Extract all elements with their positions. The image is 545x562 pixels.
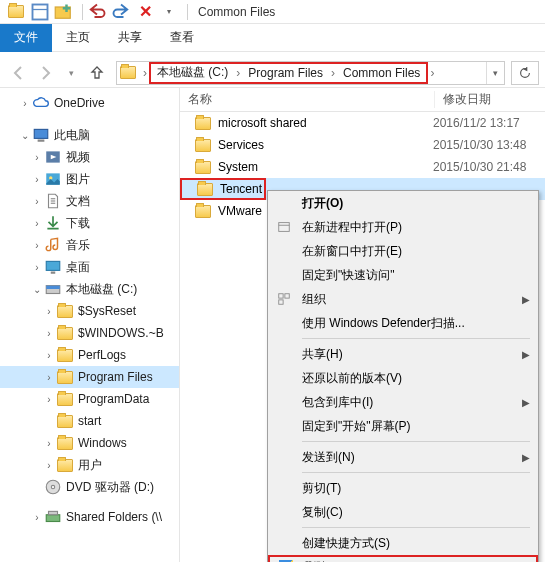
tree-programfiles[interactable]: ›Program Files [0,366,179,388]
ctx-create-shortcut[interactable]: 创建快捷方式(S) [268,531,538,555]
tree-label: 图片 [66,171,90,188]
chevron-right-icon: ▶ [522,349,530,360]
ctx-delete[interactable]: 删除(D) [268,555,538,562]
tree-windows[interactable]: ›Windows [0,432,179,454]
column-headers: 名称 修改日期 [180,88,545,112]
tab-home[interactable]: 主页 [52,24,104,52]
chevron-right-icon[interactable]: › [141,66,149,80]
tab-share[interactable]: 共享 [104,24,156,52]
svg-rect-26 [279,300,283,304]
properties-icon[interactable] [30,2,50,22]
tree-label: Shared Folders (\\ [66,510,162,524]
tree-label: DVD 驱动器 (D:) [66,479,154,496]
tree-perflogs[interactable]: ›PerfLogs [0,344,179,366]
drive-icon [44,280,62,298]
tree-dvd[interactable]: DVD 驱动器 (D:) [0,476,179,498]
chevron-right-icon[interactable]: › [18,98,32,109]
file-date: 2015/10/30 13:48 [433,138,526,152]
window-title: Common Files [198,5,275,19]
folder-icon [196,180,214,198]
file-date: 2015/10/30 21:48 [433,160,526,174]
tree-start[interactable]: start [0,410,179,432]
ctx-cut[interactable]: 剪切(T) [268,476,538,500]
tree-label: 下载 [66,215,90,232]
ctx-open[interactable]: 打开(O) [268,191,538,215]
breadcrumb-drive[interactable]: 本地磁盘 (C:) [151,64,234,82]
tree-documents[interactable]: ›文档 [0,190,179,212]
nav-up-button[interactable] [84,60,110,86]
downloads-icon [44,214,62,232]
list-item[interactable]: System 2015/10/30 21:48 [180,156,545,178]
dvd-icon [44,478,62,496]
window-icon [276,219,292,235]
ctx-defender-scan[interactable]: 使用 Windows Defender扫描... [268,311,538,335]
tree-onedrive[interactable]: › OneDrive [0,92,179,114]
tree-windowsbt[interactable]: ›$WINDOWS.~B [0,322,179,344]
nav-forward-button[interactable] [32,60,58,86]
tab-file[interactable]: 文件 [0,24,52,52]
redo-icon[interactable] [111,2,131,22]
svg-rect-24 [279,294,283,298]
breadcrumb-commonfiles[interactable]: Common Files [337,64,426,82]
ctx-copy[interactable]: 复制(C) [268,500,538,524]
ctx-restore-previous[interactable]: 还原以前的版本(V) [268,366,538,390]
tree-shared[interactable]: ›Shared Folders (\\ [0,506,179,528]
tree-programdata[interactable]: ›ProgramData [0,388,179,410]
address-bar[interactable]: › 本地磁盘 (C:) › Program Files › Common Fil… [116,61,505,85]
chevron-right-icon[interactable]: › [428,66,436,80]
tree-sysreset[interactable]: ›$SysReset [0,300,179,322]
undo-icon[interactable] [87,2,107,22]
ctx-pin-quick-access[interactable]: 固定到"快速访问" [268,263,538,287]
tab-view[interactable]: 查看 [156,24,208,52]
ctx-organize[interactable]: 组织▶ [268,287,538,311]
chevron-right-icon[interactable]: › [234,66,242,80]
tree-label: $WINDOWS.~B [78,326,164,340]
ctx-share[interactable]: 共享(H)▶ [268,342,538,366]
tree-pictures[interactable]: ›图片 [0,168,179,190]
tree-label: 音乐 [66,237,90,254]
videos-icon [44,148,62,166]
chevron-down-icon[interactable]: ⌄ [18,130,32,141]
tree-label: Program Files [78,370,153,384]
tree-music[interactable]: ›音乐 [0,234,179,256]
tree-desktop[interactable]: ›桌面 [0,256,179,278]
chevron-right-icon[interactable]: › [329,66,337,80]
list-item[interactable]: microsoft shared 2016/11/2 13:17 [180,112,545,134]
folder-icon [56,302,74,320]
tree-localdisk[interactable]: ⌄本地磁盘 (C:) [0,278,179,300]
tree-videos[interactable]: ›视频 [0,146,179,168]
column-date[interactable]: 修改日期 [435,91,545,108]
new-folder-icon[interactable] [54,2,74,22]
qat-dropdown-icon[interactable]: ▾ [159,2,179,22]
nav-recent-dropdown[interactable]: ▾ [58,60,84,86]
ctx-send-to[interactable]: 发送到(N)▶ [268,445,538,469]
svg-rect-20 [46,515,60,522]
column-name[interactable]: 名称 [180,91,435,108]
ctx-open-new-process[interactable]: 在新进程中打开(P) [268,215,538,239]
ctx-pin-start[interactable]: 固定到"开始"屏幕(P) [268,414,538,438]
navigation-tree[interactable]: › OneDrive ⌄ 此电脑 ›视频 ›图片 ›文档 ›下载 ›音乐 ›桌面… [0,88,180,562]
tree-label: 视频 [66,149,90,166]
folder-icon [56,346,74,364]
delete-icon[interactable]: ✕ [135,2,155,22]
tree-label: 用户 [78,457,102,474]
address-dropdown-icon[interactable]: ▾ [486,62,504,84]
ctx-separator [302,472,530,473]
folder-icon [194,136,212,154]
ctx-include-library[interactable]: 包含到库中(I)▶ [268,390,538,414]
ctx-open-new-window[interactable]: 在新窗口中打开(E) [268,239,538,263]
music-icon [44,236,62,254]
file-name: Tencent [220,182,262,196]
breadcrumb-programfiles[interactable]: Program Files [242,64,329,82]
list-item[interactable]: Services 2015/10/30 13:48 [180,134,545,156]
nav-back-button[interactable] [6,60,32,86]
tree-users[interactable]: ›用户 [0,454,179,476]
chevron-right-icon: ▶ [522,397,530,408]
file-date: 2016/11/2 13:17 [433,116,520,130]
tree-thispc[interactable]: ⌄ 此电脑 [0,124,179,146]
documents-icon [44,192,62,210]
chevron-down-icon[interactable]: ⌄ [30,284,44,295]
refresh-button[interactable] [511,61,539,85]
tree-downloads[interactable]: ›下载 [0,212,179,234]
address-folder-icon [119,64,137,82]
